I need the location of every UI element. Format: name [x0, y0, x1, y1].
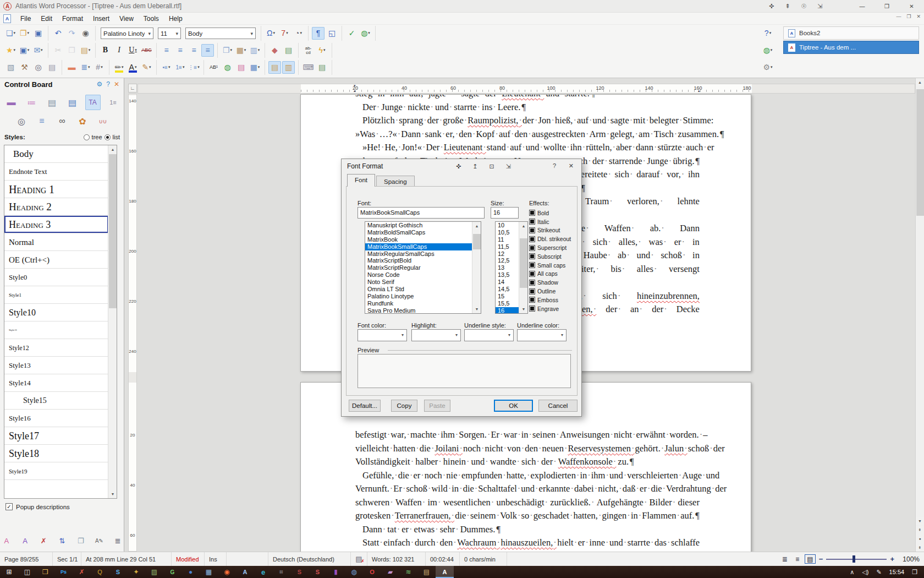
style-item[interactable]: Heading 2: [4, 198, 108, 216]
multilevel-list-icon[interactable]: ⋮≡▾: [188, 61, 200, 74]
save-icon[interactable]: ▣: [32, 27, 45, 40]
cb-help-icon[interactable]: ?: [106, 80, 110, 88]
date-icon[interactable]: 7▾: [278, 27, 291, 40]
photoshop-icon[interactable]: Ps: [54, 566, 73, 578]
style-item[interactable]: Style10: [4, 304, 108, 321]
spellcheck-icon[interactable]: ✓: [345, 27, 358, 40]
tree-radio[interactable]: [84, 134, 90, 140]
scrollbar-thumb[interactable]: [109, 154, 117, 308]
pin-icon[interactable]: ✜: [769, 3, 774, 10]
line-numbers-icon[interactable]: #▾: [93, 61, 106, 74]
style-item[interactable]: OE (Ctrl+<): [4, 251, 108, 269]
size-input[interactable]: 16: [491, 207, 519, 219]
zoom-in-button[interactable]: +: [890, 555, 894, 563]
style-combo[interactable]: Body▾: [185, 28, 256, 39]
find-icon[interactable]: ◉: [79, 27, 92, 40]
default-button[interactable]: Default...: [349, 400, 381, 412]
dialog-rollup-icon[interactable]: ↥: [472, 163, 477, 170]
align-right-icon[interactable]: ≡: [188, 44, 200, 57]
font-color-dropdown[interactable]: [358, 329, 407, 341]
left-indent-marker[interactable]: ▴: [354, 89, 356, 93]
columns-icon[interactable]: ▥▾: [249, 44, 261, 57]
font-list-item[interactable]: Rundfunk: [365, 300, 481, 307]
open-document-icon[interactable]: ❐▾: [18, 27, 31, 40]
vertical-ruler[interactable]: 140160180200220240204060: [128, 94, 137, 552]
style-delete-icon[interactable]: ✗: [37, 534, 50, 547]
image-viewer-icon[interactable]: ▨: [145, 566, 163, 578]
collapse-toolbars-icon[interactable]: ⇞: [785, 3, 790, 10]
style-item[interactable]: Normal: [4, 233, 108, 251]
blue-app-icon[interactable]: ●: [182, 566, 200, 578]
draft-view-icon[interactable]: ≣: [779, 554, 790, 564]
scrollbar-thumb[interactable]: [916, 89, 924, 216]
photos-app-icon[interactable]: ▦: [200, 566, 218, 578]
first-line-indent-marker[interactable]: ▾: [354, 84, 356, 88]
menu-view[interactable]: View: [114, 13, 139, 24]
numbering-icon[interactable]: 1≡▾: [174, 61, 186, 74]
italic-icon[interactable]: I: [113, 44, 125, 57]
zoom-panel-icon[interactable]: ◎: [14, 113, 29, 129]
language-check-icon[interactable]: ◍▾: [359, 27, 372, 40]
doc-minimize-button[interactable]: —: [896, 14, 901, 19]
style-update-icon[interactable]: ⇅: [56, 534, 69, 547]
line-spacing-icon[interactable]: ≣▾: [79, 61, 92, 74]
effect-checkbox[interactable]: Emboss: [529, 296, 578, 304]
effect-checkbox[interactable]: Small caps: [529, 261, 578, 270]
palette-panel-icon[interactable]: ✿: [75, 113, 90, 129]
font-list-item[interactable]: Sava Pro Medium: [365, 307, 481, 314]
style-item[interactable]: Style13: [4, 357, 108, 374]
media-app-icon[interactable]: ▰: [381, 566, 399, 578]
new-document-icon[interactable]: ❏▾: [4, 27, 17, 40]
onscreen-keyboard-icon[interactable]: ⌨: [302, 61, 315, 74]
outline-panel-icon[interactable]: 1≡: [106, 95, 121, 110]
highlighter-styles-icon[interactable]: ▬: [4, 95, 19, 110]
style-pink-icon[interactable]: A: [0, 534, 13, 547]
align-left-icon[interactable]: ≡: [160, 44, 173, 57]
cb-settings-gear-icon[interactable]: ⚙: [96, 80, 102, 88]
style-purple-icon[interactable]: A: [19, 534, 32, 547]
skype-icon[interactable]: S: [109, 566, 127, 578]
font-list-item[interactable]: Palatino Linotype: [365, 293, 481, 300]
underline-style-dropdown[interactable]: [464, 329, 514, 341]
eraser-icon[interactable]: ▬: [65, 61, 78, 74]
print-preview-icon[interactable]: ◎: [32, 61, 45, 74]
page-setup-icon[interactable]: ⚒: [18, 61, 31, 74]
save-special-icon[interactable]: ▣▾: [18, 44, 31, 57]
dialog-dock-icon[interactable]: ⊡: [489, 163, 494, 170]
font-list-item[interactable]: MatrixBookSmallCaps: [365, 243, 481, 250]
menu-tools[interactable]: Tools: [139, 13, 164, 24]
font-list-item[interactable]: Manuskript Gothisch: [365, 222, 481, 229]
underline-color-dropdown[interactable]: [517, 329, 566, 341]
style-item[interactable]: Style16: [4, 410, 108, 427]
browse-select-icon[interactable]: ●: [916, 535, 924, 543]
app-red-x-icon[interactable]: ✗: [73, 566, 91, 578]
font-list-item[interactable]: MatrixScriptRegular: [365, 264, 481, 271]
file-explorer-icon[interactable]: ❒: [36, 566, 54, 578]
style-item[interactable]: Style1: [4, 286, 108, 304]
table-icon[interactable]: ▦▾: [249, 61, 261, 74]
popup-descriptions-checkbox[interactable]: ✓: [6, 503, 13, 510]
doc-close-button[interactable]: ✕: [916, 14, 921, 19]
firefox-icon[interactable]: ◉: [218, 566, 236, 578]
font-size-combo[interactable]: 11▾: [158, 28, 181, 39]
print-icon[interactable]: ▤: [46, 61, 58, 74]
effect-checkbox[interactable]: Outline: [529, 287, 578, 296]
status-words[interactable]: Words: 102 321: [367, 552, 426, 566]
tab-font[interactable]: Font: [347, 174, 375, 187]
browse-next-icon[interactable]: ⇟: [916, 543, 924, 552]
bullets-icon[interactable]: •≡▾: [160, 61, 173, 74]
zoom-slider[interactable]: [826, 554, 887, 564]
bold-icon[interactable]: B: [99, 44, 112, 57]
font-list-item[interactable]: MatrixRegularSmallCaps: [365, 250, 481, 258]
style-item[interactable]: Heading 1: [4, 181, 108, 198]
monitor-app-icon[interactable]: ⌗: [272, 566, 290, 578]
scroll-up-icon[interactable]: ▲: [108, 145, 117, 154]
tab-selector[interactable]: ∟: [128, 84, 137, 92]
s-red-dark-icon[interactable]: S: [290, 566, 309, 578]
minimize-button[interactable]: —: [850, 0, 875, 13]
font-list-item[interactable]: MatrixBoldSmallCaps: [365, 229, 481, 236]
underline-icon[interactable]: U▾: [127, 44, 139, 57]
autocorrect-icon[interactable]: ϟ▾: [316, 44, 328, 57]
menu-help[interactable]: Help: [164, 13, 188, 24]
dialog-resize-icon[interactable]: ⇲: [506, 163, 511, 170]
